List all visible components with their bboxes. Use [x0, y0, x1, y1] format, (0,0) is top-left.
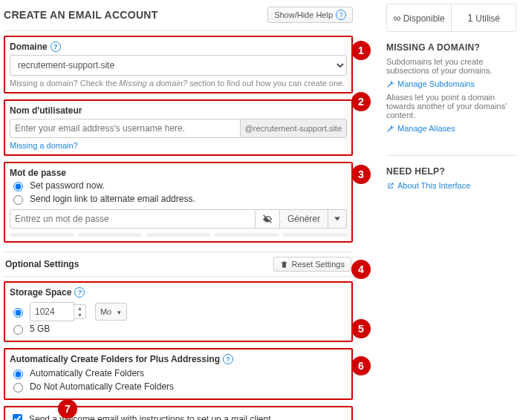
stats-box: ∞ Disponible 1 Utilisé — [386, 4, 516, 32]
toggle-password-visibility-button[interactable] — [256, 209, 280, 229]
generate-password-button[interactable]: Générer — [280, 209, 328, 229]
welcome-section: Send a welcome email with instructions t… — [4, 406, 353, 420]
password-label: Mot de passe — [10, 168, 66, 178]
optional-settings-label: Optional Settings — [5, 259, 79, 269]
set-password-now-radio[interactable] — [13, 182, 23, 191]
callout-3: 3 — [351, 165, 371, 184]
caret-down-icon: ▼ — [116, 309, 122, 316]
storage-preset-label: 5 GB — [30, 324, 50, 334]
trash-icon — [280, 260, 288, 269]
domain-section: Domaine ? recrutement-support.site Missi… — [4, 36, 353, 93]
callout-1: 1 — [351, 41, 371, 60]
auto-create-folders-radio[interactable] — [13, 370, 23, 379]
username-domain-suffix: @recrutement-support.site — [241, 119, 347, 138]
storage-spinner[interactable]: ▲ ▼ — [74, 304, 86, 319]
password-strength-meter — [10, 233, 347, 237]
callout-4: 4 — [351, 260, 371, 279]
eye-off-icon — [261, 213, 273, 225]
chevron-down-icon[interactable]: ▼ — [74, 312, 85, 318]
help-icon[interactable]: ? — [223, 354, 233, 364]
toggle-help-label: Show/Hide Help — [274, 10, 333, 19]
domain-label: Domaine ? — [10, 42, 61, 52]
wrench-icon — [386, 80, 394, 88]
storage-label: Storage Space ? — [10, 287, 85, 298]
username-label: Nom d'utilisateur — [10, 105, 82, 116]
storage-custom-radio[interactable] — [13, 308, 23, 318]
subdomains-text: Subdomains let you create subsections of… — [386, 57, 516, 75]
generate-password-options-button[interactable] — [328, 209, 347, 229]
auto-create-folders-label: Automatically Create Folders — [30, 368, 144, 378]
page-title: CREATE AN EMAIL ACCOUNT — [4, 9, 158, 21]
folders-section: Automatically Create Folders for Plus Ad… — [4, 348, 353, 400]
manage-aliases-link[interactable]: Manage Aliases — [397, 124, 455, 133]
username-section: Nom d'utilisateur @recrutement-support.s… — [4, 99, 353, 156]
need-help-title: NEED HELP? — [386, 166, 516, 177]
set-password-now-label: Set password now. — [30, 180, 105, 191]
infinity-icon: ∞ — [393, 12, 400, 24]
stat-used: 1 Utilisé — [452, 4, 516, 31]
missing-domain-title: MISSING A DOMAIN? — [386, 42, 516, 53]
password-section: Mot de passe Set password now. Send logi… — [4, 162, 353, 243]
storage-unit-select[interactable]: Mo ▼ — [95, 303, 127, 321]
missing-domain-link[interactable]: Missing a domain? — [10, 141, 347, 150]
domain-hint: Missing a domain? Check the Missing a do… — [10, 79, 347, 88]
folders-label: Automatically Create Folders for Plus Ad… — [10, 354, 233, 364]
callout-5: 5 — [351, 319, 371, 338]
stat-available: ∞ Disponible — [387, 4, 452, 31]
callout-6: 6 — [351, 356, 371, 375]
storage-value-input[interactable] — [30, 302, 74, 321]
send-login-link-label: Send login link to alternate email addre… — [30, 194, 195, 204]
no-auto-create-folders-radio[interactable] — [13, 383, 23, 393]
send-login-link-radio[interactable] — [13, 195, 23, 205]
manage-subdomains-link[interactable]: Manage Subdomains — [397, 79, 475, 88]
storage-section: Storage Space ? ▲ ▼ Mo ▼ — [4, 281, 353, 342]
toggle-help-button[interactable]: Show/Hide Help ? — [267, 7, 353, 23]
help-icon[interactable]: ? — [74, 287, 85, 298]
callout-7: 7 — [58, 399, 77, 419]
password-input[interactable] — [10, 209, 256, 229]
help-icon[interactable]: ? — [51, 42, 61, 52]
username-input[interactable] — [10, 119, 241, 138]
external-link-icon — [386, 182, 394, 190]
wrench-icon — [386, 125, 394, 133]
caret-down-icon — [334, 216, 340, 222]
about-interface-link[interactable]: About This Interface — [397, 181, 470, 190]
aliases-text: Aliases let you point a domain towards a… — [386, 93, 516, 119]
help-icon: ? — [336, 10, 346, 20]
storage-preset-radio[interactable] — [13, 325, 23, 335]
no-auto-create-folders-label: Do Not Automatically Create Folders — [30, 381, 174, 392]
domain-select[interactable]: recrutement-support.site — [10, 55, 347, 76]
welcome-email-checkbox[interactable] — [13, 414, 22, 420]
chevron-up-icon[interactable]: ▲ — [74, 305, 85, 312]
reset-settings-button[interactable]: Reset Settings — [273, 257, 351, 272]
callout-2: 2 — [351, 92, 371, 111]
